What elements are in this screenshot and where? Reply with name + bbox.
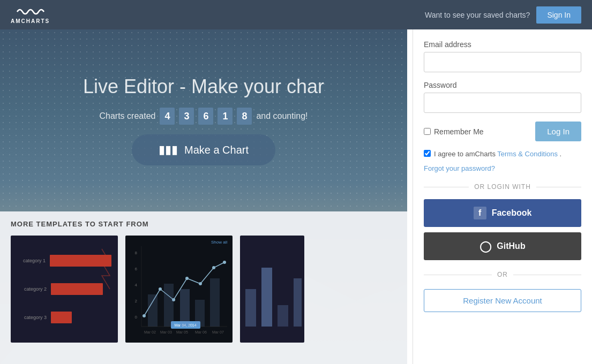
facebook-button[interactable]: f Facebook [424, 199, 581, 227]
svg-text:4: 4 [135, 283, 138, 287]
register-button[interactable]: Register New Account [424, 289, 581, 312]
bar-row-3: category 3 [17, 312, 111, 323]
or-login-divider: OR LOGIN WITH [424, 183, 581, 191]
signin-button[interactable]: Sign In [536, 6, 581, 24]
svg-rect-30 [261, 268, 272, 327]
terms-text: I agree to amCharts Terms & Conditions . [434, 150, 561, 158]
chart-bar-icon: ▮▮▮ [159, 143, 178, 157]
github-button[interactable]: ◯ GitHub [424, 232, 581, 260]
arrow-icon [91, 244, 113, 297]
bar-label-3: category 3 [17, 315, 47, 320]
logo-text: AMCHARTS [11, 18, 50, 24]
email-group: Email address [424, 40, 581, 72]
svg-rect-24 [148, 294, 158, 327]
remember-row: Remember Me Log In [424, 122, 581, 141]
login-panel: Email address Password Remember Me Log I… [413, 29, 592, 364]
mixed-chart-svg [240, 236, 304, 343]
svg-rect-26 [180, 289, 190, 327]
svg-point-14 [212, 266, 215, 269]
counter-prefix: Charts created [99, 111, 155, 121]
or-login-text: OR LOGIN WITH [474, 183, 531, 191]
template-card-mixed[interactable] [240, 236, 304, 343]
svg-text:2: 2 [135, 299, 138, 304]
topbar-cta: Want to see your saved charts? [425, 11, 530, 19]
hero-title: Live Editor - Make your char [83, 75, 324, 98]
svg-text:Mar 06: Mar 06 [195, 330, 207, 334]
svg-point-10 [159, 287, 162, 291]
make-chart-button[interactable]: ▮▮▮ Make a Chart [132, 134, 275, 165]
divider-line-left [424, 187, 469, 187]
bar-label-2: category 2 [17, 286, 47, 292]
svg-text:Mar 07: Mar 07 [212, 330, 224, 334]
terms-checkbox[interactable] [424, 150, 431, 157]
github-label: GitHub [497, 241, 525, 251]
svg-rect-31 [278, 305, 288, 327]
email-label: Email address [424, 40, 581, 49]
remember-checkbox[interactable] [424, 128, 431, 135]
forgot-password-link[interactable]: Forgot your password? [424, 164, 581, 172]
svg-point-9 [143, 314, 146, 317]
bar-fill-3 [51, 312, 72, 323]
remember-text: Remember Me [434, 127, 484, 136]
github-icon: ◯ [479, 240, 491, 253]
or-line-right [513, 275, 581, 275]
counter-digit-2: 6 [198, 108, 213, 125]
password-input[interactable] [424, 93, 581, 113]
templates-section: MORE TEMPLATES TO START FROM category 1 … [0, 211, 407, 364]
svg-text:Mar 02: Mar 02 [144, 330, 156, 334]
templates-title: MORE TEMPLATES TO START FROM [11, 220, 396, 228]
svg-point-15 [223, 261, 226, 264]
svg-rect-25 [164, 284, 174, 327]
divider-line-right [536, 187, 581, 187]
counter-row: Charts created 4 3 6 1 8 and counting! [99, 108, 308, 125]
counter-digit-1: 3 [179, 108, 194, 125]
svg-rect-29 [245, 289, 256, 327]
facebook-label: Facebook [492, 208, 532, 218]
svg-text:6: 6 [135, 267, 138, 271]
template-cards: category 1 category 2 category 3 [11, 236, 396, 343]
svg-point-13 [199, 282, 202, 285]
template-card-bar[interactable]: category 1 category 2 category 3 [11, 236, 118, 343]
svg-text:8: 8 [135, 251, 138, 255]
svg-text:Show all: Show all [211, 240, 227, 245]
password-label: Password [424, 81, 581, 89]
bar-chart-mini: category 1 category 2 category 3 [11, 236, 118, 343]
svg-rect-32 [294, 278, 302, 327]
login-button[interactable]: Log In [535, 122, 581, 141]
password-group: Password [424, 81, 581, 113]
logo: AMCHARTS [11, 5, 50, 24]
bar-label-1: category 1 [17, 258, 46, 263]
hero-section: Live Editor - Make your char Charts crea… [0, 29, 407, 211]
remember-label[interactable]: Remember Me [424, 127, 484, 136]
template-card-line[interactable]: 8 6 4 2 0 Mar 02 Mar 03 Mar 05 Mar 06 [125, 236, 233, 343]
svg-rect-27 [195, 300, 205, 327]
terms-link[interactable]: Terms & Conditions [497, 150, 558, 158]
topbar-right: Want to see your saved charts? Sign In [425, 6, 581, 24]
email-input[interactable] [424, 52, 581, 72]
or-divider: OR [424, 271, 581, 278]
logo-waves-icon [14, 5, 47, 18]
svg-text:0: 0 [135, 315, 138, 320]
svg-text:Mar 05: Mar 05 [176, 330, 188, 334]
facebook-icon: f [474, 207, 486, 219]
counter-digit-4: 8 [237, 108, 252, 125]
terms-row: I agree to amCharts Terms & Conditions . [424, 150, 581, 158]
counter-digit-3: 1 [218, 108, 233, 125]
svg-rect-28 [210, 278, 220, 327]
counter-digit-0: 4 [160, 108, 175, 125]
or-text: OR [497, 271, 508, 278]
counter-suffix: and counting! [256, 111, 308, 121]
svg-point-12 [185, 277, 189, 280]
or-line-left [424, 275, 492, 275]
topbar: AMCHARTS Want to see your saved charts? … [0, 0, 592, 29]
svg-text:Mar 03: Mar 03 [160, 330, 172, 334]
line-chart-svg: 8 6 4 2 0 Mar 02 Mar 03 Mar 05 Mar 06 [125, 236, 233, 343]
make-chart-label: Make a Chart [184, 144, 249, 156]
